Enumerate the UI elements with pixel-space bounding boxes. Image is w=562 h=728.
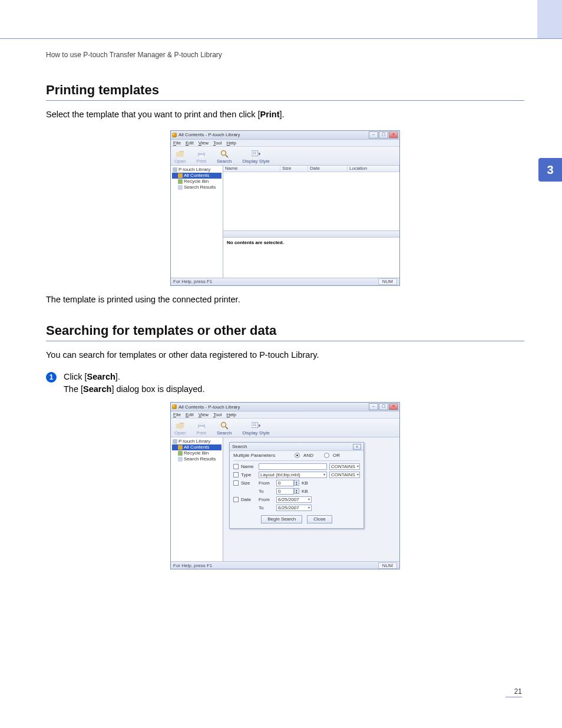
status-help-hint: For Help, press F1: [173, 279, 212, 284]
menu-view[interactable]: View: [199, 140, 209, 146]
svg-rect-19: [254, 425, 256, 426]
name-condition-dropdown[interactable]: CONTAINS: [329, 463, 360, 470]
print-button[interactable]: Print: [197, 150, 206, 164]
svg-rect-15: [252, 423, 258, 428]
display-style-button[interactable]: Display Style: [242, 421, 269, 436]
printer-icon: [197, 150, 206, 158]
search-results-icon: [178, 185, 183, 190]
tree-root[interactable]: P-touch Library: [178, 167, 210, 173]
folder-tree[interactable]: P-touch Library All Contents Recycle Bin…: [171, 166, 223, 278]
svg-point-13: [221, 423, 226, 427]
check-name[interactable]: [233, 464, 239, 469]
svg-rect-7: [254, 151, 256, 153]
tree-all-contents[interactable]: All Contents: [172, 444, 222, 450]
menu-tool[interactable]: Tool: [213, 140, 222, 146]
label-date: Date: [241, 497, 256, 502]
content-list[interactable]: Name Size Date Location: [223, 166, 399, 230]
maximize-button[interactable]: ▢: [379, 131, 388, 139]
search-results-icon: [178, 457, 183, 462]
radio-and[interactable]: [295, 453, 300, 458]
radio-or[interactable]: [324, 453, 329, 458]
tree-search-results[interactable]: Search Results: [172, 185, 222, 190]
svg-rect-11: [199, 423, 204, 425]
tree-recycle-bin[interactable]: Recycle Bin: [172, 450, 222, 456]
type-condition-dropdown[interactable]: CONTAINS: [329, 472, 360, 478]
col-size[interactable]: Size: [280, 166, 308, 172]
library-icon: [173, 167, 177, 172]
svg-rect-9: [254, 153, 256, 154]
size-to-stepper[interactable]: ▴▾: [294, 488, 299, 494]
folder-icon: [178, 173, 183, 178]
magnifier-icon: [220, 150, 229, 158]
recycle-bin-icon: [178, 451, 183, 456]
check-date[interactable]: [233, 497, 239, 502]
app-icon: [172, 404, 177, 409]
search-button[interactable]: Search: [217, 150, 232, 164]
display-style-button[interactable]: Display Style: [242, 150, 269, 164]
col-location[interactable]: Location: [348, 166, 399, 172]
menu-bar: File Edit View Tool Help: [171, 140, 399, 147]
printing-outro: The template is printed using the connec…: [46, 294, 524, 306]
print-button[interactable]: Print: [197, 421, 206, 436]
tree-recycle-bin[interactable]: Recycle Bin: [172, 179, 222, 185]
col-name[interactable]: Name: [223, 166, 280, 172]
preview-pane: No contents are selected.: [223, 237, 399, 278]
minimize-button[interactable]: –: [369, 403, 378, 410]
svg-line-4: [226, 155, 228, 157]
size-to-input[interactable]: 0: [276, 488, 294, 495]
svg-point-3: [221, 150, 226, 155]
minimize-button[interactable]: –: [369, 131, 378, 139]
label-size-from: From: [259, 480, 274, 486]
menu-file[interactable]: File: [173, 412, 181, 417]
menu-help[interactable]: Help: [227, 412, 236, 417]
folder-open-icon: [176, 150, 185, 158]
tree-search-results[interactable]: Search Results: [172, 456, 222, 462]
label-size-to: To: [259, 489, 274, 494]
folder-open-icon: [176, 421, 185, 430]
heading-searching-templates: Searching for templates or other data: [46, 323, 524, 341]
svg-rect-2: [199, 155, 204, 157]
menu-tool[interactable]: Tool: [213, 412, 222, 417]
menu-help[interactable]: Help: [227, 140, 236, 146]
name-input[interactable]: [259, 463, 327, 470]
begin-search-button[interactable]: Begin Search: [261, 515, 302, 523]
close-button[interactable]: ×: [389, 131, 398, 139]
open-button[interactable]: Open: [174, 421, 186, 436]
status-numlock: NUM: [378, 278, 397, 285]
folder-tree[interactable]: P-touch Library All Contents Recycle Bin…: [171, 437, 223, 561]
maximize-button[interactable]: ▢: [379, 403, 388, 410]
menu-view[interactable]: View: [199, 412, 209, 417]
search-button[interactable]: Search: [217, 421, 232, 436]
dialog-close-icon[interactable]: ×: [353, 444, 361, 450]
open-button[interactable]: Open: [174, 150, 186, 164]
menu-file[interactable]: File: [173, 140, 181, 146]
check-size[interactable]: [233, 480, 239, 486]
svg-rect-16: [252, 424, 254, 425]
size-from-stepper[interactable]: ▴▾: [294, 480, 299, 486]
check-type[interactable]: [233, 472, 239, 477]
step-1-body: Click [Search]. The [Search] dialog box …: [64, 371, 204, 397]
menu-edit[interactable]: Edit: [186, 412, 194, 417]
step-number-1: 1: [46, 372, 57, 383]
label-type: Type: [241, 472, 256, 477]
date-from-picker[interactable]: 6/25/2007: [276, 496, 312, 503]
date-to-picker[interactable]: 6/25/2007: [276, 505, 312, 511]
status-help-hint: For Help, press F1: [173, 563, 212, 568]
type-dropdown[interactable]: Layout (lbl;lbp;mbl): [259, 472, 327, 478]
label-date-from: From: [259, 497, 274, 502]
breadcrumb: How to use P-touch Transfer Manager & P-…: [46, 51, 524, 59]
close-button[interactable]: ×: [389, 403, 398, 410]
label-size: Size: [241, 480, 256, 486]
window-title: All Contents - P-touch Library: [178, 404, 240, 410]
tree-all-contents[interactable]: All Contents: [172, 173, 222, 179]
app-icon: [172, 133, 177, 137]
tree-root[interactable]: P-touch Library: [178, 439, 210, 444]
printing-intro: Select the template that you want to pri…: [46, 109, 524, 121]
close-dialog-button[interactable]: Close: [307, 515, 332, 523]
svg-rect-1: [199, 151, 204, 153]
menu-edit[interactable]: Edit: [186, 140, 194, 146]
screenshot-search-dialog: All Contents - P-touch Library – ▢ × Fil…: [170, 402, 400, 569]
size-from-input[interactable]: 0: [276, 480, 294, 486]
window-title: All Contents - P-touch Library: [178, 132, 240, 137]
col-date[interactable]: Date: [308, 166, 348, 172]
